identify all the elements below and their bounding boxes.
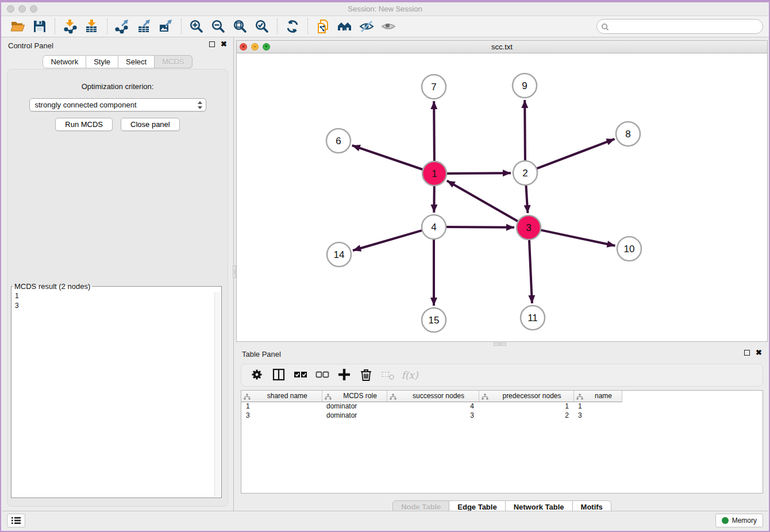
edge-4-14[interactable] [353, 230, 423, 250]
mcds-result-lines: 13 [11, 291, 221, 311]
tab-select[interactable]: Select [118, 55, 155, 68]
column-header-predecessor-nodes[interactable]: predecessor nodes [479, 391, 573, 402]
edge-2-9[interactable] [525, 100, 525, 161]
table-panel-title: Table Panel [242, 350, 281, 358]
toolbar-separator [307, 18, 308, 34]
edge-3-11[interactable] [529, 239, 532, 303]
export-network-button[interactable] [111, 17, 133, 36]
zoom-in-button[interactable] [186, 17, 207, 36]
table-row[interactable]: 1dominator411 [241, 402, 622, 411]
memory-button[interactable]: Memory [715, 514, 763, 527]
svg-text:9: 9 [522, 80, 527, 91]
optimization-criterion-select[interactable]: strongly connected component [29, 98, 206, 111]
edge-2-3[interactable] [526, 184, 528, 213]
show-panels-button[interactable] [7, 514, 25, 527]
network-canvas[interactable]: 1234678910111415 [237, 53, 767, 341]
open-session-button[interactable] [7, 17, 29, 36]
svg-text:14: 14 [334, 249, 345, 260]
table-cell[interactable]: dominator [322, 402, 387, 411]
zoom-selected-button[interactable] [251, 17, 273, 36]
delete-columns-button[interactable] [355, 366, 377, 384]
column-header-successor-nodes[interactable]: successor nodes [387, 391, 479, 402]
svg-text:1: 1 [432, 168, 437, 179]
node-11[interactable]: 11 [521, 306, 545, 330]
edge-3-1[interactable] [447, 180, 519, 222]
apply-preferred-layout-button[interactable] [334, 17, 356, 36]
zoom-fit-button[interactable] [229, 17, 251, 36]
list-icon [11, 516, 21, 525]
table-cell[interactable]: 4 [387, 402, 479, 411]
save-session-icon [32, 19, 47, 34]
add-column-button[interactable] [333, 366, 355, 384]
function-builder-icon: f(x) [401, 369, 418, 381]
node-1[interactable]: 1 [422, 161, 446, 186]
tab-style[interactable]: Style [86, 55, 118, 68]
memory-label: Memory [732, 516, 757, 525]
node-10[interactable]: 10 [617, 237, 641, 261]
table-cell[interactable]: 1 [573, 402, 622, 411]
node-8[interactable]: 8 [616, 122, 640, 146]
import-table-button[interactable] [81, 17, 103, 36]
new-network-from-selection-button[interactable] [312, 17, 334, 36]
table-cell[interactable]: 3 [241, 411, 322, 420]
show-all-icon [381, 19, 396, 34]
horizontal-splitter[interactable] [236, 342, 768, 346]
svg-text:3: 3 [526, 222, 531, 233]
edge-3-10[interactable] [540, 230, 615, 246]
mcds-panel: Optimization criterion: strongly connect… [7, 69, 228, 507]
zoom-in-icon [189, 19, 204, 34]
table-row[interactable]: 3dominator323 [241, 411, 622, 420]
deselect-all-button[interactable] [311, 366, 333, 384]
export-table-icon [137, 19, 152, 34]
splitter-grip[interactable] [494, 342, 506, 346]
zoom-out-icon [211, 19, 226, 34]
delete-columns-icon [359, 367, 374, 384]
node-2[interactable]: 2 [513, 161, 537, 185]
column-header-MCDS-role[interactable]: MCDS role [322, 391, 387, 402]
table-cell[interactable]: 3 [573, 411, 622, 420]
run-mcds-button[interactable]: Run MCDS [55, 118, 113, 131]
edge-2-8[interactable] [536, 139, 615, 169]
edge-1-6[interactable] [352, 145, 424, 169]
select-all-button[interactable] [290, 366, 311, 384]
toggle-column-display-button[interactable] [268, 366, 290, 384]
table-cell[interactable]: 1 [241, 402, 322, 411]
tab-mcds[interactable]: MCDS [155, 55, 192, 68]
node-15[interactable]: 15 [422, 308, 446, 332]
zoom-out-button[interactable] [207, 17, 229, 36]
export-image-button[interactable] [155, 17, 177, 36]
search-input[interactable] [612, 22, 756, 31]
refresh-button[interactable] [282, 17, 303, 36]
delete-table-button [377, 366, 399, 384]
table-cell[interactable]: 3 [387, 411, 479, 420]
node-6[interactable]: 6 [326, 129, 351, 153]
result-scrollbar[interactable] [214, 292, 221, 497]
edge-1-4[interactable] [434, 185, 434, 213]
close-panel-button[interactable]: Close panel [121, 118, 180, 131]
node-4[interactable]: 4 [422, 215, 446, 239]
add-column-icon [337, 367, 352, 384]
node-7[interactable]: 7 [422, 75, 446, 99]
close-panel-icon[interactable]: ✖ [221, 41, 227, 47]
node-14[interactable]: 14 [327, 242, 351, 267]
float-table-panel-icon[interactable] [744, 350, 750, 356]
toolbar-separator [55, 18, 55, 34]
close-table-panel-icon[interactable]: ✖ [756, 350, 762, 356]
node-3[interactable]: 3 [517, 215, 541, 240]
table-cell[interactable]: 2 [479, 411, 573, 420]
tab-network[interactable]: Network [43, 55, 86, 68]
import-network-button[interactable] [59, 17, 81, 36]
edge-1-7[interactable] [434, 101, 434, 162]
hide-selected-button[interactable] [356, 17, 378, 36]
float-panel-icon[interactable] [209, 41, 215, 47]
search-box[interactable] [596, 19, 763, 34]
table-cell[interactable]: dominator [322, 411, 387, 420]
export-table-button[interactable] [133, 17, 155, 36]
table-settings-button[interactable] [246, 366, 268, 384]
column-header-shared-name[interactable]: shared name [241, 391, 322, 402]
show-all-button[interactable] [378, 17, 399, 36]
node-9[interactable]: 9 [513, 74, 537, 98]
save-session-button[interactable] [29, 17, 51, 36]
column-header-name[interactable]: name [573, 391, 622, 402]
table-cell[interactable]: 1 [479, 402, 573, 411]
